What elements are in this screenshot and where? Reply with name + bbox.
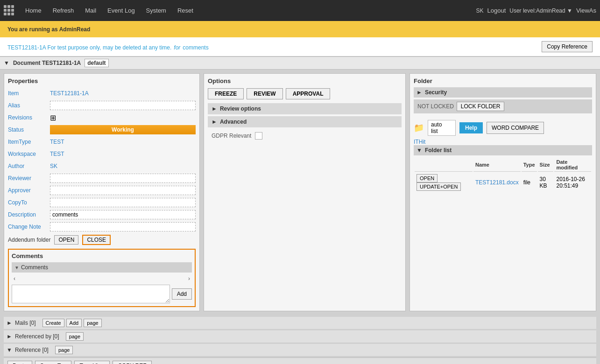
approval-button[interactable]: APPROVAL xyxy=(286,88,331,99)
status-label: Status xyxy=(8,126,50,133)
scroll-left-icon[interactable]: ‹ xyxy=(14,275,15,282)
scroll-right-icon[interactable]: › xyxy=(188,275,190,282)
folder-panel: Folder ► Security NOT LOCKED LOCK FOLDER… xyxy=(409,73,596,311)
mails-label: Mails [0] xyxy=(15,320,36,326)
scope-button[interactable]: Scope:Top xyxy=(35,361,72,364)
folder-list-label: Folder list xyxy=(425,147,452,154)
workspace-row: Workspace TEST xyxy=(8,149,196,159)
gdpr-checkbox[interactable] xyxy=(255,132,262,140)
copy-reference-button[interactable]: Copy Reference xyxy=(542,41,593,52)
review-button[interactable]: REVIEW xyxy=(247,88,282,99)
author-value: SK xyxy=(50,163,196,169)
reviewer-row: Reviewer xyxy=(8,173,196,183)
logout-button[interactable]: Logout xyxy=(487,7,506,14)
approver-label: Approver xyxy=(8,187,50,194)
word-compare-button[interactable]: WORD COMPARE xyxy=(487,122,544,134)
reviewer-input[interactable] xyxy=(50,174,196,183)
advanced-arrow: ► xyxy=(212,119,217,125)
paste-button[interactable]: Paste xyxy=(7,361,32,364)
col-type: Type xyxy=(522,158,537,172)
ref-by-page-button[interactable]: page xyxy=(66,332,84,341)
gdpr-label: GDPR Relevant xyxy=(212,133,251,139)
alias-input[interactable] xyxy=(50,101,196,110)
list-option: list xyxy=(431,128,452,134)
file-name-cell: TEST12181.docx xyxy=(473,173,521,192)
comments-collapse-icon[interactable]: ▼ xyxy=(14,265,19,270)
addendum-close-button[interactable]: CLOSE xyxy=(82,235,111,245)
description-label: Description xyxy=(8,211,50,218)
revisions-row: Revisions ⊞ xyxy=(8,112,196,123)
change-note-label: Change Note xyxy=(8,224,50,230)
top-navigation: Home Refresh Mail Event Log System Reset… xyxy=(0,0,600,21)
gdpr-row: GDPR Relevant xyxy=(208,129,402,142)
mails-create-button[interactable]: Create xyxy=(42,319,64,327)
reference-page-button[interactable]: page xyxy=(55,346,73,354)
approver-input[interactable] xyxy=(50,186,196,195)
file-update-open-button[interactable]: UPDATE+OPEN xyxy=(416,182,461,191)
col-actions xyxy=(415,158,473,172)
comment-textarea[interactable] xyxy=(12,285,170,303)
security-section: ► Security NOT LOCKED LOCK FOLDER xyxy=(414,87,592,113)
mails-add-button[interactable]: Add xyxy=(66,319,82,327)
user-level-label: User level:AdminRead ▼ xyxy=(509,7,572,14)
file-type-cell: file xyxy=(522,173,537,192)
advanced-row[interactable]: ► Advanced xyxy=(208,116,402,127)
lock-status-row: NOT LOCKED LOCK FOLDER xyxy=(414,99,592,113)
description-input[interactable] xyxy=(50,210,196,219)
copyto-input[interactable] xyxy=(50,198,196,207)
review-options-row[interactable]: ► Review options xyxy=(208,103,402,114)
item-row: Item TEST12181-1A xyxy=(8,88,196,98)
reference-section-row[interactable]: ▼ Reference [0] page xyxy=(4,344,596,357)
page-title: TEST12181-1A For test purpose only, may … xyxy=(7,42,209,52)
change-note-input[interactable] xyxy=(50,222,196,231)
itemtype-value: TEST xyxy=(50,139,196,145)
folder-open-icon[interactable]: 📁 xyxy=(414,123,424,133)
comment-add-button[interactable]: Add xyxy=(172,288,192,300)
addendum-open-button[interactable]: OPEN xyxy=(54,235,78,245)
grid-icon[interactable] xyxy=(4,5,15,16)
properties-title: Properties xyxy=(8,77,196,84)
workspace-label: Workspace xyxy=(8,151,50,157)
file-size-cell: 30 KB xyxy=(538,173,554,192)
options-title: Options xyxy=(208,77,402,84)
addendum-label: Addendum folder xyxy=(8,237,50,243)
mails-page-button[interactable]: page xyxy=(84,319,101,327)
help-button[interactable]: Help xyxy=(459,122,483,133)
freeze-button[interactable]: FREEZE xyxy=(208,88,244,99)
mails-arrow: ► xyxy=(7,320,12,326)
title-bar: TEST12181-1A For test purpose only, may … xyxy=(0,37,600,56)
system-button[interactable]: System xyxy=(141,5,171,16)
advanced-label: Advanced xyxy=(220,119,247,125)
view-as-button[interactable]: ViewAs xyxy=(576,7,596,14)
file-open-button[interactable]: OPEN xyxy=(416,174,438,182)
tree-view-button[interactable]: Tree-View xyxy=(74,361,110,364)
author-row: Author SK xyxy=(8,161,196,171)
file-date-cell: 2016-10-26 20:51:49 xyxy=(554,173,591,192)
document-section-header: ▼ Document TEST12181-1A default xyxy=(0,56,600,70)
file-link[interactable]: TEST12181.docx xyxy=(475,179,519,186)
refresh-button[interactable]: Refresh xyxy=(48,5,79,16)
reset-button[interactable]: Reset xyxy=(173,5,198,16)
copy-ref-bottom-button[interactable]: COPY REF xyxy=(113,361,151,364)
status-value: Working xyxy=(50,125,196,134)
mails-section-row[interactable]: ► Mails [0] Create Add page xyxy=(4,317,596,329)
mail-button[interactable]: Mail xyxy=(80,5,101,16)
ref-by-actions: page xyxy=(66,332,84,341)
bottom-toolbar: Paste Scope:Top Tree-View COPY REF xyxy=(4,357,596,364)
event-log-button[interactable]: Event Log xyxy=(103,5,140,16)
home-button[interactable]: Home xyxy=(21,5,46,16)
review-options-label: Review options xyxy=(220,105,261,112)
reference-collapse-icon: ▼ xyxy=(7,347,12,353)
description-row: Description xyxy=(8,210,196,220)
lock-folder-button[interactable]: LOCK FOLDER xyxy=(457,102,505,111)
folder-list-collapse-icon[interactable]: ▼ xyxy=(416,147,422,154)
ithit-link[interactable]: ITHit xyxy=(414,139,425,145)
document-badge: default xyxy=(85,59,108,67)
folder-title: Folder xyxy=(414,77,592,84)
author-label: Author xyxy=(8,163,50,169)
referenced-by-section-row[interactable]: ► Referenced by [0] page xyxy=(4,330,596,343)
item-label: Item xyxy=(8,90,50,97)
collapse-icon[interactable]: ▼ xyxy=(4,60,9,66)
col-name: Name xyxy=(473,158,521,172)
ref-by-arrow: ► xyxy=(7,333,12,340)
